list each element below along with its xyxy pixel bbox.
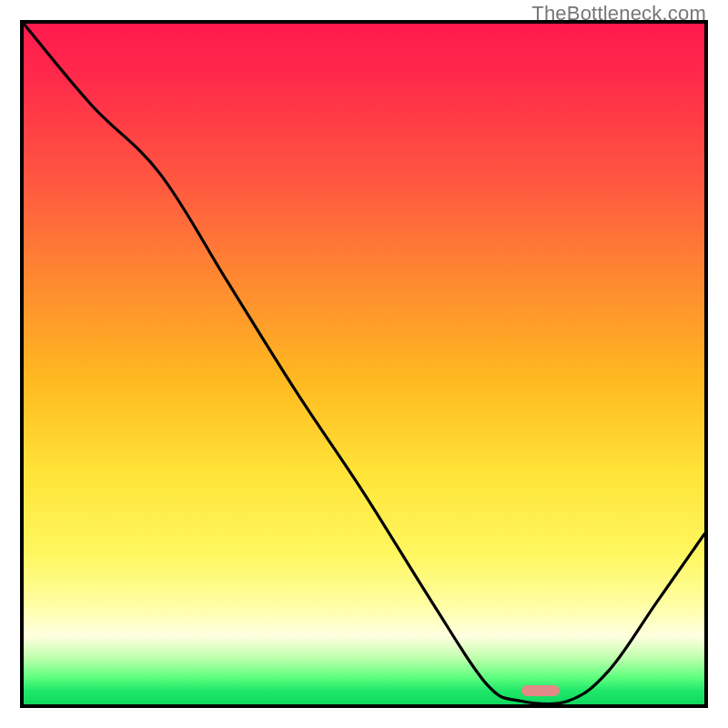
chart-frame [20,20,708,708]
bottleneck-curve [24,24,704,704]
optimal-marker [521,685,560,696]
